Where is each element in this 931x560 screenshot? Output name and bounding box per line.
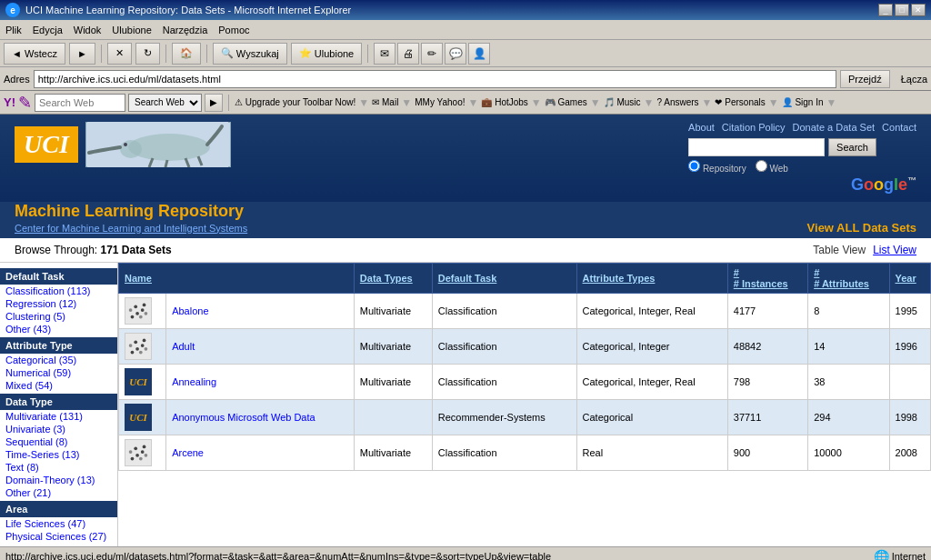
contact-link[interactable]: Contact (882, 122, 916, 133)
yahoo-search-dropdown[interactable]: Search Web (128, 94, 202, 112)
mail-icon-btn[interactable]: ✉ (374, 43, 395, 65)
edit-icon-btn[interactable]: ✏ (421, 43, 443, 65)
repo-radio-label[interactable]: Repository (688, 160, 746, 174)
th-default-task-link[interactable]: Default Task (438, 273, 497, 284)
view-all-link[interactable]: View ALL Data Sets (807, 221, 916, 235)
sidebar-other-task[interactable]: Other (43) (0, 323, 117, 335)
sidebar-numerical[interactable]: Numerical (59) (0, 366, 117, 379)
th-attributes[interactable]: ## Attributes (808, 264, 889, 294)
stop-button[interactable]: ✕ (107, 43, 132, 65)
yahoo-signin-item[interactable]: 👤 Sign In (782, 97, 824, 107)
dataset-name-link[interactable]: Anonymous Microsoft Web Data (172, 412, 315, 423)
yahoo-mail-item[interactable]: ✉ Mail (372, 97, 398, 107)
th-name-link[interactable]: Name (125, 273, 152, 284)
address-input[interactable] (34, 70, 836, 88)
th-name[interactable]: Name (119, 264, 355, 294)
about-link[interactable]: About (688, 122, 715, 133)
menu-favorites[interactable]: Ulubione (112, 25, 151, 35)
repo-radio[interactable] (688, 160, 700, 172)
menu-view[interactable]: Widok (74, 25, 102, 35)
th-default-task[interactable]: Default Task (432, 264, 576, 294)
refresh-button[interactable]: ↻ (135, 43, 160, 65)
donate-link[interactable]: Donate a Data Set (793, 122, 876, 133)
dataset-instances-cell: 798 (727, 365, 807, 400)
discuss-icon-btn[interactable]: 💬 (445, 43, 466, 65)
browse-through-label: Browse Through: 171 Data Sets (15, 244, 172, 256)
dataset-name-link[interactable]: Arcene (172, 447, 204, 458)
list-view-link[interactable]: List View (873, 244, 916, 256)
sidebar-other-datatype[interactable]: Other (21) (0, 486, 117, 499)
favorites-button[interactable]: ⭐ Ulubione (291, 43, 362, 65)
dataset-data-types-cell: Multivariate (354, 294, 432, 329)
sidebar-timeseries[interactable]: Time-Series (13) (0, 448, 117, 461)
go-button[interactable]: Przejdź (840, 70, 890, 88)
sidebar-life-sciences[interactable]: Life Sciences (47) (0, 517, 117, 530)
th-attribute-types[interactable]: Attribute Types (576, 264, 727, 294)
window-controls[interactable]: _ □ ✕ (878, 4, 926, 16)
messenger-icon-btn[interactable]: 👤 (468, 43, 490, 65)
menu-help[interactable]: Pomoc (218, 25, 249, 35)
yahoo-search-input[interactable] (35, 94, 125, 112)
yahoo-myyahoo-item[interactable]: MMy Yahoo! (415, 97, 465, 107)
web-radio-label[interactable]: Web (756, 160, 788, 174)
print-icon-btn[interactable]: 🖨 (397, 43, 419, 65)
yahoo-music-item[interactable]: 🎵 Music (604, 97, 641, 107)
th-data-types-link[interactable]: Data Types (360, 273, 413, 284)
sidebar-clustering[interactable]: Clustering (5) (0, 310, 117, 323)
minimize-btn[interactable]: _ (878, 4, 893, 16)
th-data-types[interactable]: Data Types (354, 264, 432, 294)
sidebar-univariate[interactable]: Univariate (3) (0, 423, 117, 435)
yahoo-personals-item[interactable]: ❤ Personals (715, 97, 765, 107)
dataset-name-link[interactable]: Annealing (172, 376, 216, 387)
back-button[interactable]: ◄ Wstecz (4, 43, 65, 65)
yahoo-edit-icon[interactable]: ✎ (18, 93, 32, 113)
dataset-instances-cell: 37711 (727, 400, 807, 435)
menu-tools[interactable]: Narzędzia (163, 25, 208, 35)
dataset-icon-cell: UCI (119, 400, 166, 435)
th-year[interactable]: Year (889, 264, 930, 294)
sidebar-regression[interactable]: Regression (12) (0, 297, 117, 310)
sidebar-mixed[interactable]: Mixed (54) (0, 379, 117, 392)
sidebar-sequential[interactable]: Sequential (8) (0, 435, 117, 448)
yahoo-games-item[interactable]: 🎮 Games (545, 97, 587, 107)
yahoo-upgrade-item[interactable]: ⚠ Upgrade your Toolbar Now! (235, 97, 355, 107)
search-button[interactable]: 🔍 Wyszukaj (213, 43, 287, 65)
repo-subtitle[interactable]: Center for Machine Learning and Intellig… (15, 223, 247, 234)
dataset-name-link[interactable]: Adult (172, 341, 195, 352)
yahoo-answers-item[interactable]: ? Answers (656, 97, 698, 107)
maximize-btn[interactable]: □ (895, 4, 909, 16)
sidebar-physical-sciences[interactable]: Physical Sciences (27) (0, 530, 117, 543)
dataset-year-cell: 2008 (889, 435, 930, 471)
repo-title: Machine Learning Repository (15, 202, 916, 221)
sidebar-categorical[interactable]: Categorical (35) (0, 354, 117, 366)
header-search-input[interactable] (688, 138, 825, 156)
uci-icon: UCI (125, 368, 152, 395)
globe-icon: 🌐 (874, 549, 889, 561)
dataset-icon-cell (119, 294, 166, 329)
sidebar-multivariate[interactable]: Multivariate (131) (0, 410, 117, 423)
dataset-name-link[interactable]: Abalone (172, 305, 208, 316)
sidebar-domaintheory[interactable]: Domain-Theory (13) (0, 474, 117, 486)
th-attributes-link[interactable]: ## Attributes (814, 267, 869, 289)
header-search-button[interactable]: Search (828, 138, 876, 156)
close-btn[interactable]: ✕ (911, 4, 926, 16)
forward-button[interactable]: ► (69, 43, 95, 65)
yahoo-hotjobs-item[interactable]: 💼 HotJobs (481, 97, 527, 107)
menu-edit[interactable]: Edycja (33, 25, 63, 35)
dataset-name-cell: Arcene (166, 435, 355, 471)
view-options: Table View List View (813, 244, 916, 256)
citation-policy-link[interactable]: Citation Policy (722, 122, 786, 133)
svg-point-16 (145, 312, 148, 315)
sidebar-classification[interactable]: Classification (113) (0, 285, 117, 297)
sidebar-text[interactable]: Text (8) (0, 461, 117, 474)
th-attribute-types-link[interactable]: Attribute Types (583, 273, 656, 284)
menu-file[interactable]: Plik (5, 25, 22, 35)
web-radio[interactable] (756, 160, 767, 172)
th-instances-link[interactable]: ## Instances (734, 267, 788, 289)
dataset-attribute-types-cell: Categorical, Integer, Real (576, 365, 727, 400)
yahoo-search-btn[interactable]: ▶ (205, 94, 223, 112)
th-instances[interactable]: ## Instances (727, 264, 807, 294)
home-button[interactable]: 🏠 (172, 43, 201, 65)
anteater-image (85, 122, 231, 167)
th-year-link[interactable]: Year (896, 273, 916, 284)
